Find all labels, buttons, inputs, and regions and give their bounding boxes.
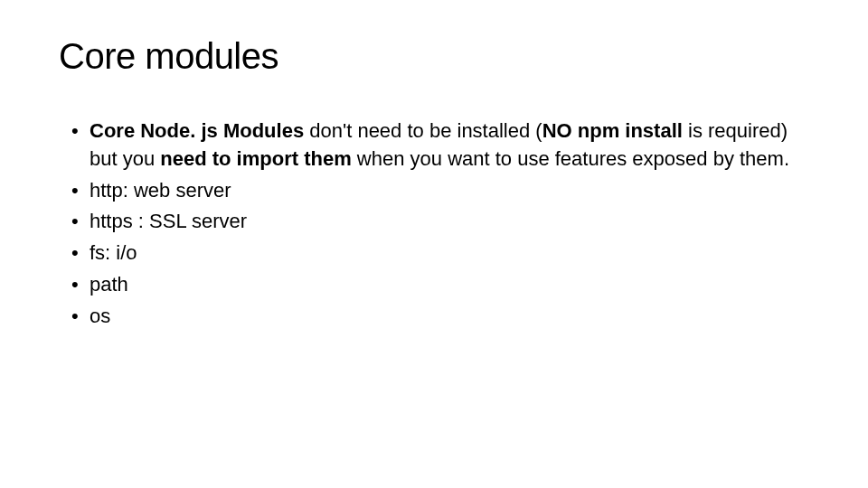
list-item: os <box>71 303 809 331</box>
list-item: https : SSL server <box>71 208 809 236</box>
body-text: don't need to be installed ( <box>304 119 542 142</box>
bold-text: NO npm install <box>542 119 683 142</box>
list-item: fs: i/o <box>71 239 809 267</box>
bold-text: need to import them <box>160 147 357 170</box>
list-item: Core Node. js Modules don't need to be i… <box>71 117 809 174</box>
bullet-list: Core Node. js Modules don't need to be i… <box>59 117 809 331</box>
bold-text: Core Node. js Modules <box>90 119 304 142</box>
list-item: http: web server <box>71 177 809 205</box>
list-item: path <box>71 271 809 299</box>
slide-title: Core modules <box>59 36 809 77</box>
body-text: when you want to use features exposed by… <box>357 147 789 170</box>
